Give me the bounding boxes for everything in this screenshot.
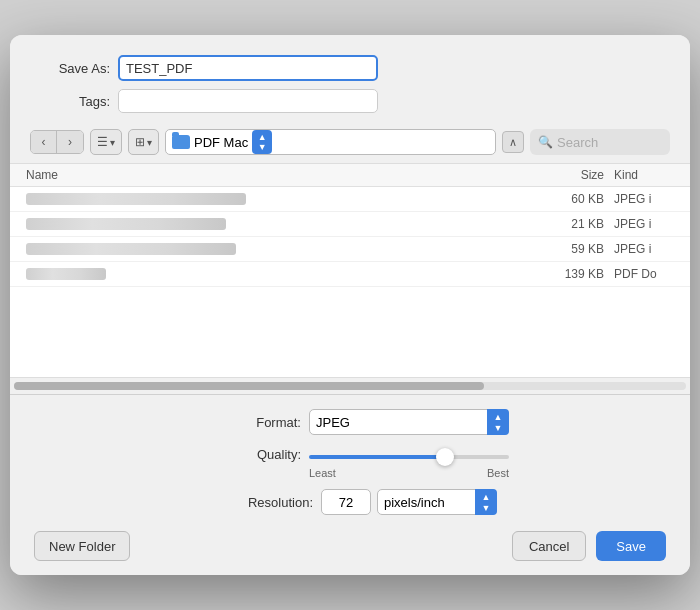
tags-input[interactable] [118,89,378,113]
format-label: Format: [191,415,301,430]
col-size-header: Size [524,168,604,182]
quality-label-inner: Least Best [309,467,509,479]
folder-icon [172,135,190,149]
forward-button[interactable]: › [57,131,83,153]
top-section: Save As: Tags: ‹ › ☰ ▾ ⊞ ▾ PDF Mac [10,35,690,163]
save-as-input[interactable] [118,55,378,81]
resolution-unit-select[interactable]: pixels/inch pixels/cm [377,489,497,515]
quality-slider[interactable] [309,455,509,459]
quality-row: Quality: [30,445,670,463]
quality-slider-wrapper [309,445,509,463]
col-name-header: Name [26,168,524,182]
file-kind-cell: JPEG i [604,242,674,256]
save-as-row: Save As: [30,55,670,81]
file-name-blur [26,268,106,280]
resolution-input[interactable] [321,489,371,515]
quality-min-label: Least [309,467,336,479]
resolution-row: Resolution: pixels/inch pixels/cm ▲ ▼ [30,489,670,515]
format-row: Format: JPEG PNG TIFF PDF ▲ ▼ [30,409,670,435]
list-view-chevron: ▾ [110,137,115,148]
collapse-button[interactable]: ∧ [502,131,524,153]
grid-view-icon: ⊞ [135,135,145,149]
grid-view-chevron: ▾ [147,137,152,148]
search-box[interactable]: 🔍 Search [530,129,670,155]
quality-labels: Least Best [30,467,670,479]
file-name-blur [26,218,226,230]
file-kind-cell: PDF Do [604,267,674,281]
format-select-wrapper: JPEG PNG TIFF PDF ▲ ▼ [309,409,509,435]
format-select[interactable]: JPEG PNG TIFF PDF [309,409,509,435]
folder-name: PDF Mac [194,135,248,150]
cancel-button[interactable]: Cancel [512,531,586,561]
save-as-label: Save As: [30,61,110,76]
folder-chevron-updown: ▲ ▼ [252,130,272,154]
file-name-cell [26,243,524,255]
file-kind-cell: JPEG i [604,217,674,231]
file-size-cell: 21 KB [524,217,604,231]
bottom-buttons: New Folder Cancel Save [30,531,670,561]
list-view-button[interactable]: ☰ ▾ [90,129,122,155]
list-view-icon: ☰ [97,135,108,149]
tags-label: Tags: [30,94,110,109]
file-name-blur [26,243,236,255]
file-name-cell [26,218,524,230]
empty-file-area [10,287,690,377]
col-kind-header: Kind [604,168,674,182]
file-size-cell: 59 KB [524,242,604,256]
save-button[interactable]: Save [596,531,666,561]
search-placeholder: Search [557,135,598,150]
file-name-cell [26,268,524,280]
file-list-header: Name Size Kind [10,164,690,187]
file-name-blur [26,193,246,205]
file-name-cell [26,193,524,205]
back-button[interactable]: ‹ [31,131,57,153]
tags-row: Tags: [30,89,670,113]
btn-right-group: Cancel Save [512,531,666,561]
toolbar: ‹ › ☰ ▾ ⊞ ▾ PDF Mac ▲ ▼ ∧ 🔍 [30,121,670,163]
search-icon: 🔍 [538,135,553,149]
scrollbar-track[interactable] [14,382,686,390]
resolution-label: Resolution: [203,495,313,510]
grid-view-button[interactable]: ⊞ ▾ [128,129,159,155]
table-row[interactable]: 21 KB JPEG i [10,212,690,237]
table-row[interactable]: 139 KB PDF Do [10,262,690,287]
table-row[interactable]: 60 KB JPEG i [10,187,690,212]
file-kind-cell: JPEG i [604,192,674,206]
resolution-unit-wrapper: pixels/inch pixels/cm ▲ ▼ [377,489,497,515]
file-size-cell: 60 KB [524,192,604,206]
file-size-cell: 139 KB [524,267,604,281]
bottom-section: Format: JPEG PNG TIFF PDF ▲ ▼ Quality: [10,395,690,575]
quality-label: Quality: [191,447,301,462]
save-dialog: Save As: Tags: ‹ › ☰ ▾ ⊞ ▾ PDF Mac [10,35,690,575]
nav-group: ‹ › [30,130,84,154]
file-list-area: Name Size Kind 60 KB JPEG i 21 KB JPEG i… [10,163,690,378]
scrollbar-area [10,378,690,394]
table-row[interactable]: 59 KB JPEG i [10,237,690,262]
folder-selector[interactable]: PDF Mac ▲ ▼ [165,129,496,155]
new-folder-button[interactable]: New Folder [34,531,130,561]
scrollbar-thumb[interactable] [14,382,484,390]
quality-max-label: Best [487,467,509,479]
